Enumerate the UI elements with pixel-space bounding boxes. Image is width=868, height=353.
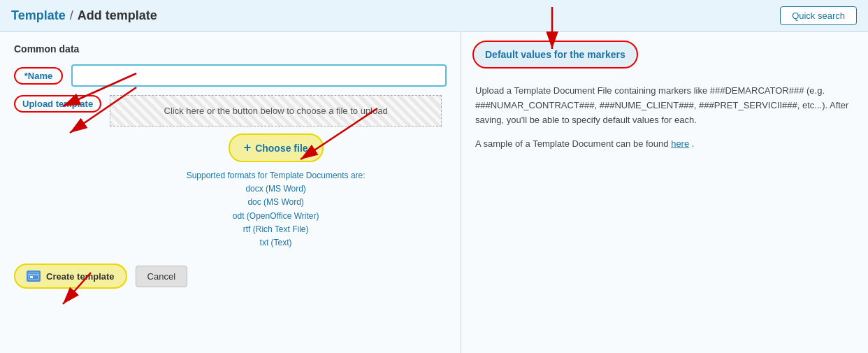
file-drop-area[interactable]: Click here or the button below to choose…	[110, 95, 442, 127]
left-panel: Common data *Name Upload template Click …	[0, 32, 461, 353]
section-title: Common data	[14, 43, 447, 55]
formats-intro: Supported formats for Template Documents…	[187, 171, 366, 180]
right-panel: Default values for the markers Upload a …	[461, 32, 868, 353]
create-template-label: Create template	[46, 271, 115, 282]
create-template-button[interactable]: Create template	[14, 264, 127, 289]
breadcrumb-separator: /	[70, 8, 73, 23]
upload-template-label: Upload template	[14, 95, 101, 113]
upload-row: Upload template Click here or the button…	[14, 95, 447, 250]
svg-rect-0	[29, 273, 38, 280]
supported-formats: Supported formats for Template Documents…	[187, 169, 366, 250]
main-content: Common data *Name Upload template Click …	[0, 32, 868, 353]
bottom-actions: Create template Cancel	[14, 264, 447, 289]
sample-link[interactable]: here	[671, 138, 689, 149]
page-header: Template / Add template Quick search	[0, 0, 868, 32]
right-panel-body: Upload a Template Document File containi…	[461, 77, 868, 168]
sample-text-paragraph: A sample of a Template Document can be f…	[475, 137, 854, 152]
choose-file-button[interactable]: + Choose file	[229, 134, 324, 162]
breadcrumb: Template / Add template	[11, 8, 157, 23]
choose-file-label: Choose file	[255, 143, 308, 154]
right-panel-header-wrapper: Default values for the markers	[461, 32, 868, 77]
breadcrumb-current-page: Add template	[78, 8, 157, 23]
upload-placeholder-text: Click here or the button below to choose…	[164, 106, 388, 116]
quick-search-button[interactable]: Quick search	[780, 6, 857, 25]
format-docx: docx (MS Word)	[245, 184, 305, 194]
name-row: *Name	[14, 64, 447, 87]
upload-right: Click here or the button below to choose…	[110, 95, 442, 250]
format-txt: txt (Text)	[260, 238, 292, 247]
markers-section-title: Default values for the markers	[472, 41, 638, 69]
cancel-button[interactable]: Cancel	[136, 266, 187, 287]
create-template-icon	[27, 271, 41, 282]
name-input[interactable]	[71, 64, 447, 87]
sample-period: .	[692, 138, 695, 149]
name-label: *Name	[14, 67, 63, 85]
format-doc: doc (MS Word)	[247, 197, 303, 207]
svg-rect-2	[30, 276, 33, 278]
sample-text: A sample of a Template Document can be f…	[475, 138, 671, 149]
plus-icon: +	[244, 141, 252, 155]
markers-description: Upload a Template Document File containi…	[475, 84, 854, 127]
breadcrumb-template-link[interactable]: Template	[11, 8, 66, 23]
format-rtf: rtf (Rich Text File)	[243, 224, 309, 234]
format-odt: odt (OpenOffice Writer)	[233, 211, 319, 221]
